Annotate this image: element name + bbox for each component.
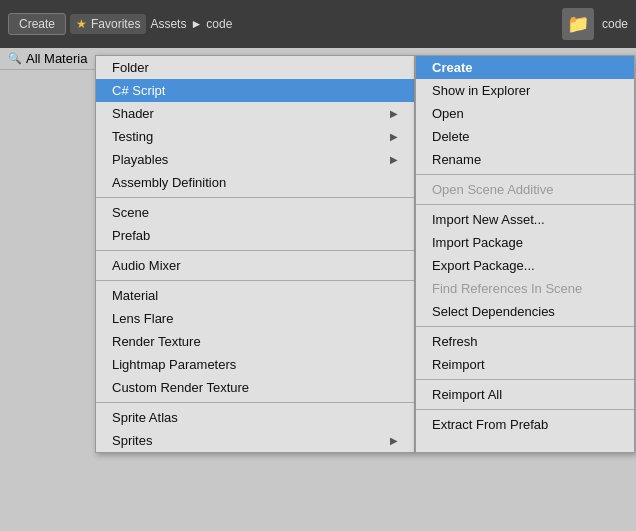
menu-item-find-references: Find References In Scene: [416, 277, 634, 300]
menu-item-extract-from-prefab[interactable]: Extract From Prefab: [416, 413, 634, 436]
separator: [96, 280, 414, 281]
menu-item-sprites[interactable]: Sprites ▶: [96, 429, 414, 452]
menu-item-playables[interactable]: Playables ▶: [96, 148, 414, 171]
separator: [96, 402, 414, 403]
separator: [416, 379, 634, 380]
arrow-icon: ▶: [390, 435, 398, 446]
menu-item-reimport[interactable]: Reimport: [416, 353, 634, 376]
left-context-menu: Folder C# Script Shader ▶ Testing ▶ Play…: [95, 55, 415, 453]
search-icon: 🔍: [8, 52, 22, 65]
separator: [416, 174, 634, 175]
menu-item-select-dependencies[interactable]: Select Dependencies: [416, 300, 634, 323]
right-context-menu: Create Show in Explorer Open Delete Rena…: [415, 55, 635, 453]
separator: [96, 197, 414, 198]
menu-item-open-scene-additive: Open Scene Additive: [416, 178, 634, 201]
menu-item-prefab[interactable]: Prefab: [96, 224, 414, 247]
menu-item-show-explorer[interactable]: Show in Explorer: [416, 79, 634, 102]
create-button[interactable]: Create: [8, 13, 66, 35]
breadcrumb: Assets ► code: [150, 17, 232, 31]
menu-item-csharp[interactable]: C# Script: [96, 79, 414, 102]
menu-item-lens-flare[interactable]: Lens Flare: [96, 307, 414, 330]
menu-item-assembly[interactable]: Assembly Definition: [96, 171, 414, 194]
separator: [416, 409, 634, 410]
menu-item-reimport-all[interactable]: Reimport All: [416, 383, 634, 406]
menu-item-open[interactable]: Open: [416, 102, 634, 125]
assets-label[interactable]: Assets: [150, 17, 186, 31]
context-menus: Folder C# Script Shader ▶ Testing ▶ Play…: [95, 55, 635, 453]
favorites-tab[interactable]: ★ Favorites: [70, 14, 146, 34]
separator: [96, 250, 414, 251]
right-menu-create[interactable]: Create: [416, 56, 634, 79]
menu-item-material[interactable]: Material: [96, 284, 414, 307]
code-label[interactable]: code: [206, 17, 232, 31]
top-bar: Create ★ Favorites Assets ► code 📁 code: [0, 0, 636, 48]
menu-item-import-new-asset[interactable]: Import New Asset...: [416, 208, 634, 231]
menu-item-custom-render[interactable]: Custom Render Texture: [96, 376, 414, 399]
menu-item-export-package[interactable]: Export Package...: [416, 254, 634, 277]
menu-item-refresh[interactable]: Refresh: [416, 330, 634, 353]
menu-item-folder[interactable]: Folder: [96, 56, 414, 79]
menu-item-sprite-atlas[interactable]: Sprite Atlas: [96, 406, 414, 429]
folder-icon: 📁: [562, 8, 594, 40]
menu-item-rename[interactable]: Rename: [416, 148, 634, 171]
menu-item-testing[interactable]: Testing ▶: [96, 125, 414, 148]
separator: [416, 204, 634, 205]
menu-item-import-package[interactable]: Import Package: [416, 231, 634, 254]
menu-item-delete[interactable]: Delete: [416, 125, 634, 148]
star-icon: ★: [76, 17, 87, 31]
all-materials-text: All Materia: [26, 51, 87, 66]
separator: [416, 326, 634, 327]
arrow-icon: ▶: [390, 108, 398, 119]
code-folder-label: code: [602, 17, 628, 31]
breadcrumb-sep: ►: [190, 17, 202, 31]
arrow-icon: ▶: [390, 131, 398, 142]
menu-item-lightmap-params[interactable]: Lightmap Parameters: [96, 353, 414, 376]
menu-item-scene[interactable]: Scene: [96, 201, 414, 224]
menu-item-audio-mixer[interactable]: Audio Mixer: [96, 254, 414, 277]
menu-item-render-texture[interactable]: Render Texture: [96, 330, 414, 353]
favorites-label: Favorites: [91, 17, 140, 31]
menu-item-shader[interactable]: Shader ▶: [96, 102, 414, 125]
arrow-icon: ▶: [390, 154, 398, 165]
